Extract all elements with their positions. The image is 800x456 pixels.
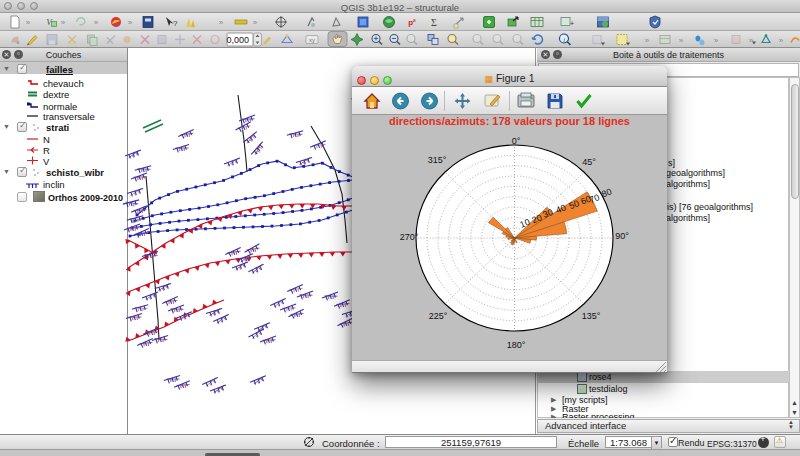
svg-text:0°: 0° bbox=[512, 136, 521, 146]
svg-text:270°: 270° bbox=[400, 232, 419, 242]
svg-text:90°: 90° bbox=[615, 231, 629, 241]
svg-text:45°: 45° bbox=[582, 157, 596, 167]
svg-text:180°: 180° bbox=[507, 340, 526, 350]
svg-text:315°: 315° bbox=[428, 155, 447, 165]
svg-text:80: 80 bbox=[600, 186, 613, 199]
svg-text:135°: 135° bbox=[582, 311, 601, 321]
svg-text:225°: 225° bbox=[429, 311, 448, 321]
